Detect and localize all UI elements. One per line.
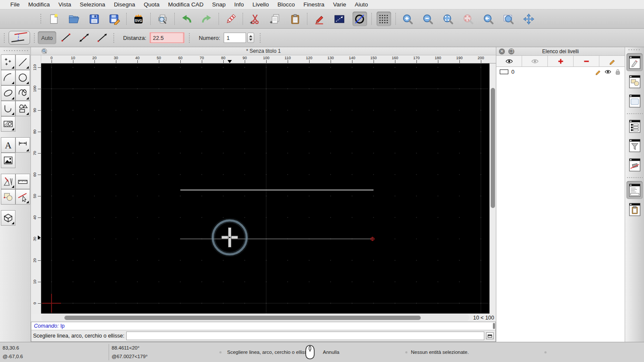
- parallel-lines-tool-button[interactable]: [9, 31, 30, 45]
- library-browser-window-button[interactable]: [626, 92, 643, 110]
- select-entity-tool-button[interactable]: [15, 189, 30, 205]
- command-options-button[interactable]: [486, 332, 494, 339]
- menu-snap[interactable]: Snap: [208, 1, 230, 8]
- selection-tool-button[interactable]: [1, 189, 15, 205]
- menu-blocco[interactable]: Blocco: [273, 1, 299, 8]
- spinner-down-icon[interactable]: [249, 39, 252, 41]
- measure-tool-button[interactable]: [15, 174, 30, 189]
- circle-tool-button[interactable]: [15, 70, 30, 85]
- horizontal-scrollbar-thumb[interactable]: [64, 316, 421, 320]
- menu-file[interactable]: File: [6, 1, 24, 8]
- hide-all-layers-button[interactable]: [522, 56, 548, 66]
- toolbar-drag-handle[interactable]: [188, 33, 190, 43]
- menu-seleziona[interactable]: Seleziona: [76, 1, 109, 8]
- zoom-out-button[interactable]: [421, 12, 435, 26]
- menu-livello[interactable]: Livello: [248, 1, 273, 8]
- horizontal-scrollbar[interactable]: [41, 314, 469, 321]
- float-panel-icon[interactable]: ❐: [508, 48, 514, 54]
- hatch-tool-button[interactable]: [1, 116, 15, 132]
- menu-disegna[interactable]: Disegna: [109, 1, 140, 8]
- document-titlebar[interactable]: * Senza titolo 1: [31, 47, 496, 55]
- toolbar-drag-handle[interactable]: [33, 33, 35, 43]
- zoom-window-button[interactable]: [501, 12, 516, 26]
- vertical-scrollbar-thumb[interactable]: [491, 88, 495, 208]
- layer-edit-icon[interactable]: [595, 69, 601, 75]
- block-list-window-button[interactable]: [626, 72, 643, 90]
- number-spinner[interactable]: [247, 33, 254, 43]
- command-input[interactable]: [126, 332, 484, 340]
- zoom-previous-button[interactable]: [481, 12, 496, 26]
- toolbar-drag-handle[interactable]: [40, 13, 42, 24]
- menu-vista[interactable]: Vista: [54, 1, 76, 8]
- menu-finestra[interactable]: Finestra: [299, 1, 329, 8]
- svg-export-button[interactable]: SVG: [131, 12, 146, 26]
- auto-mode-button[interactable]: Auto: [38, 31, 56, 44]
- close-panel-icon[interactable]: ✕: [499, 48, 505, 54]
- polyline-tool-button[interactable]: [1, 101, 15, 116]
- open-file-button[interactable]: [67, 12, 82, 26]
- cut-button[interactable]: [248, 12, 262, 26]
- spinner-up-icon[interactable]: [249, 35, 252, 37]
- layer-row[interactable]: 0: [496, 67, 625, 76]
- line-two-points-button[interactable]: [58, 31, 74, 44]
- grid-toggle-button[interactable]: [377, 12, 391, 26]
- layer-list-window-button[interactable]: [626, 53, 643, 71]
- vertical-scrollbar[interactable]: [489, 63, 496, 314]
- modify-tool-button[interactable]: [1, 174, 15, 189]
- layer-lock-icon[interactable]: [614, 69, 621, 75]
- edit-pencil-button[interactable]: [312, 12, 327, 26]
- dimension-tool-button[interactable]: [15, 137, 30, 153]
- filter-window-button[interactable]: [626, 136, 643, 154]
- line-single-arrow-button[interactable]: [94, 31, 110, 44]
- show-all-layers-button[interactable]: [496, 56, 522, 66]
- distance-input[interactable]: [150, 33, 184, 43]
- menu-modifica-cad[interactable]: Modifica CAD: [164, 1, 208, 8]
- text-tool-button[interactable]: A: [1, 137, 15, 153]
- 3d-box-tool-button[interactable]: [1, 210, 15, 226]
- print-preview-button[interactable]: [155, 12, 170, 26]
- clipboard-window-button[interactable]: [626, 200, 643, 218]
- edit-layer-button[interactable]: [599, 56, 625, 66]
- undo-button[interactable]: [179, 12, 194, 26]
- remove-layer-button[interactable]: [574, 56, 599, 66]
- drawing-canvas[interactable]: [41, 63, 489, 314]
- paste-button[interactable]: [288, 12, 303, 26]
- line-double-arrow-button[interactable]: [76, 31, 92, 44]
- toolbar-drag-handle[interactable]: [113, 33, 115, 43]
- entity-list-window-button[interactable]: [626, 117, 643, 135]
- layer-color-swatch[interactable]: [500, 69, 508, 74]
- delete-entity-button[interactable]: [224, 12, 238, 26]
- add-layer-button[interactable]: [548, 56, 574, 66]
- save-as-button[interactable]: [107, 12, 122, 26]
- palette-drag-handle[interactable]: [3, 50, 28, 52]
- command-line-window-button[interactable]: [626, 181, 643, 199]
- ellipse-tool-button[interactable]: [1, 85, 15, 101]
- command-history[interactable]: Comando: lp: [31, 322, 495, 330]
- menu-quota[interactable]: Quota: [140, 1, 164, 8]
- zoom-selection-button[interactable]: [461, 12, 476, 26]
- polygon-shapes-tool-button[interactable]: [15, 101, 30, 116]
- layer-visible-icon[interactable]: [605, 69, 611, 75]
- save-button[interactable]: [87, 12, 102, 26]
- line-tool-button[interactable]: [332, 12, 347, 26]
- toolbar-drag-handle[interactable]: [3, 33, 5, 43]
- menu-modifica[interactable]: Modifica: [24, 1, 54, 8]
- zoom-in-button[interactable]: [401, 12, 415, 26]
- cad-drawing[interactable]: [41, 63, 489, 314]
- image-tool-button[interactable]: [1, 153, 15, 168]
- menu-aiuto[interactable]: Aiuto: [350, 1, 372, 8]
- new-document-button[interactable]: [47, 12, 61, 26]
- arc-tool-button[interactable]: [1, 70, 15, 85]
- toolbar-drag-handle[interactable]: [259, 33, 261, 43]
- copy-button[interactable]: [268, 12, 283, 26]
- spline-tool-button[interactable]: [15, 85, 30, 101]
- menu-info[interactable]: Info: [230, 1, 249, 8]
- redo-button[interactable]: [200, 12, 214, 26]
- zoom-pan-button[interactable]: [522, 12, 536, 26]
- dock-drag-handle[interactable]: [628, 49, 641, 51]
- command-history-scrollbar[interactable]: [493, 323, 495, 329]
- points-tool-button[interactable]: [1, 54, 15, 70]
- number-input[interactable]: [224, 33, 246, 43]
- circle-line-tool-button[interactable]: [352, 12, 367, 26]
- pen-window-button[interactable]: [626, 156, 643, 174]
